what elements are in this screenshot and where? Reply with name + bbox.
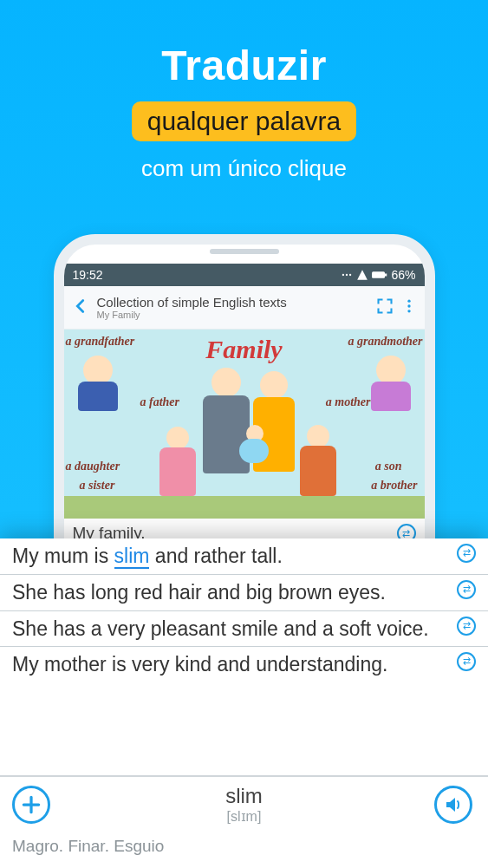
label-daughter: a daughter xyxy=(66,460,120,473)
overlay-line[interactable]: My mum is slim and rather tall. ⇄ xyxy=(0,538,488,575)
add-word-button[interactable] xyxy=(12,786,50,824)
phone-speaker xyxy=(210,249,279,254)
status-time: 19:52 xyxy=(73,268,103,282)
play-audio-button[interactable] xyxy=(434,786,472,824)
dict-definition: Magro. Finar. Esguio xyxy=(12,837,476,856)
grandfather-fig xyxy=(83,356,113,385)
overlay-line[interactable]: She has a very pleasant smile and a soft… xyxy=(0,611,488,648)
page-subtitle: My Family xyxy=(97,310,369,320)
dots-icon xyxy=(341,269,353,281)
status-battery: 66% xyxy=(391,268,415,282)
translate-icon[interactable]: ⇄ xyxy=(457,580,476,599)
label-grandmother: a grandmother xyxy=(348,335,423,349)
label-sister: a sister xyxy=(80,479,115,493)
svg-rect-3 xyxy=(372,271,385,278)
word-link-slim[interactable]: slim xyxy=(114,545,150,569)
svg-point-2 xyxy=(349,274,351,276)
daughter-fig xyxy=(166,427,189,449)
label-grandfather: a grandfather xyxy=(66,335,135,349)
overlay-line[interactable]: My mother is very kind and understanding… xyxy=(0,647,488,682)
line-text: My mum is slim and rather tall. xyxy=(12,544,450,569)
hero-highlight: qualquer palavra xyxy=(132,101,357,141)
dictionary-panel: slim [slɪm] Magro. Finar. Esguio xyxy=(0,775,488,868)
svg-point-7 xyxy=(407,310,410,312)
more-icon[interactable] xyxy=(400,297,418,318)
battery-icon xyxy=(372,269,387,281)
status-bar: 19:52 66% xyxy=(64,264,425,286)
hero-subtitle: com um único clique xyxy=(0,155,488,182)
svg-point-1 xyxy=(346,274,348,276)
signal-icon xyxy=(356,269,368,281)
svg-rect-4 xyxy=(385,274,387,277)
svg-point-0 xyxy=(342,274,344,276)
line-text: She has a very pleasant smile and a soft… xyxy=(12,617,450,642)
line-text: My mother is very kind and understanding… xyxy=(12,652,450,677)
label-mother: a mother xyxy=(326,395,371,409)
father-fig xyxy=(211,368,241,397)
label-brother: a brother xyxy=(371,479,417,493)
label-son: a son xyxy=(375,460,402,473)
translate-icon[interactable]: ⇄ xyxy=(457,652,476,671)
svg-point-6 xyxy=(407,304,410,307)
translate-icon[interactable]: ⇄ xyxy=(457,617,476,636)
label-father: a father xyxy=(140,395,180,409)
illus-title: Family xyxy=(205,335,282,364)
fullscreen-icon[interactable] xyxy=(376,297,394,318)
mother-fig xyxy=(260,371,288,399)
son-fig xyxy=(307,425,329,447)
reader-overlay: My mum is slim and rather tall. ⇄ She ha… xyxy=(0,538,488,868)
translate-icon[interactable]: ⇄ xyxy=(457,544,476,563)
svg-point-5 xyxy=(407,299,410,302)
back-icon[interactable] xyxy=(71,297,90,319)
line-text: She has long red hair and big brown eyes… xyxy=(12,580,450,605)
family-illustration: Family a grandfather a grandmother a fat… xyxy=(64,330,425,519)
overlay-line[interactable]: She has long red hair and big brown eyes… xyxy=(0,575,488,611)
page-title: Collection of simple English texts xyxy=(97,295,369,310)
grandmother-fig xyxy=(376,356,406,385)
hero-title: Traduzir xyxy=(0,42,488,89)
dict-phonetic: [slɪm] xyxy=(54,808,434,825)
dict-word: slim xyxy=(54,784,434,808)
status-icons: 66% xyxy=(341,268,415,282)
app-bar: Collection of simple English texts My Fa… xyxy=(64,286,425,330)
